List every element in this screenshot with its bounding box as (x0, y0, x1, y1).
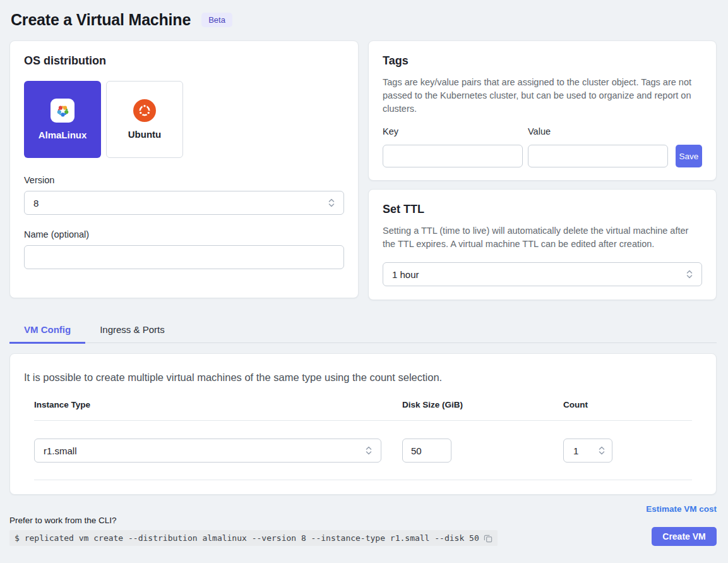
column-instance-type: Instance Type (34, 400, 402, 409)
create-vm-button[interactable]: Create VM (652, 527, 717, 546)
column-count: Count (563, 400, 692, 409)
count-stepper[interactable]: 1 (563, 439, 612, 463)
chevron-up-down-icon (328, 198, 335, 208)
tag-key-value-row: Key Value Save (383, 126, 702, 167)
estimate-vm-cost-link[interactable]: Estimate VM cost (9, 504, 717, 514)
cli-block: Prefer to work from the CLI? $ replicate… (9, 516, 498, 546)
version-select[interactable]: 8 (24, 191, 344, 215)
tags-card: Tags Tags are key/value pairs that are a… (368, 40, 717, 181)
right-column: Tags Tags are key/value pairs that are a… (368, 40, 717, 300)
copy-icon[interactable] (484, 534, 492, 543)
ttl-select[interactable]: 1 hour (383, 262, 702, 286)
instance-type-select[interactable]: r1.small (34, 439, 381, 463)
set-ttl-card: Set TTL Setting a TTL (time to live) wil… (368, 189, 717, 300)
vm-config-card: It is possible to create multiple virtua… (9, 353, 717, 495)
os-card-title: OS distribution (24, 54, 344, 68)
tag-value-input[interactable] (528, 145, 668, 167)
disk-size-input[interactable] (402, 439, 451, 463)
column-disk-size: Disk Size (GiB) (402, 400, 563, 409)
vm-name-label: Name (optional) (24, 229, 344, 239)
almalinux-icon (51, 99, 75, 123)
tag-key-input[interactable] (383, 145, 523, 167)
vm-table-header: Instance Type Disk Size (GiB) Count (34, 400, 692, 421)
tag-key-field-group: Key (383, 126, 523, 167)
chevron-up-down-icon (598, 445, 606, 456)
ttl-card-title: Set TTL (383, 203, 702, 216)
cli-prompt-text: Prefer to work from the CLI? (9, 516, 498, 525)
top-grid: OS distribution (9, 40, 717, 300)
vm-name-input[interactable] (24, 245, 344, 269)
vm-table-row: r1.small 1 (34, 421, 692, 480)
os-distribution-card: OS distribution (9, 40, 359, 298)
chevron-up-down-icon (365, 445, 373, 456)
config-tabs: VM Config Ingress & Ports (9, 317, 717, 343)
tag-value-field-group: Value (528, 126, 668, 167)
count-value: 1 (573, 445, 578, 456)
tag-key-label: Key (383, 126, 523, 136)
beta-badge: Beta (201, 13, 232, 27)
tags-card-title: Tags (383, 54, 702, 68)
tab-vm-config[interactable]: VM Config (9, 317, 85, 344)
footer-row: Prefer to work from the CLI? $ replicate… (9, 516, 717, 546)
create-vm-page: Create a Virtual Machine Beta OS distrib… (0, 0, 728, 546)
version-label: Version (24, 175, 344, 185)
vm-config-info-text: It is possible to create multiple virtua… (24, 372, 702, 384)
os-option-tiles: AlmaLinux Ubuntu (24, 81, 344, 158)
vm-table: Instance Type Disk Size (GiB) Count r1.s… (24, 400, 702, 480)
page-header: Create a Virtual Machine Beta (9, 8, 717, 40)
os-option-ubuntu[interactable]: Ubuntu (106, 81, 183, 158)
ttl-description: Setting a TTL (time to live) will automa… (383, 224, 702, 251)
instance-type-value: r1.small (44, 445, 77, 456)
tags-description: Tags are key/value pairs that are assign… (383, 76, 702, 116)
cli-command: $ replicated vm create --distribution al… (9, 530, 498, 546)
os-option-label: Ubuntu (128, 129, 161, 140)
chevron-up-down-icon (686, 269, 693, 279)
tab-ingress-ports[interactable]: Ingress & Ports (85, 317, 179, 342)
ttl-select-value: 1 hour (392, 269, 419, 280)
page-title: Create a Virtual Machine (11, 11, 191, 29)
version-select-value: 8 (33, 198, 39, 209)
save-tag-button[interactable]: Save (676, 145, 702, 167)
cli-command-text: $ replicated vm create --distribution al… (15, 533, 479, 543)
tag-value-label: Value (528, 126, 668, 136)
os-option-label: AlmaLinux (39, 130, 87, 140)
page-footer: Estimate VM cost Prefer to work from the… (9, 504, 717, 546)
os-option-almalinux[interactable]: AlmaLinux (24, 81, 101, 158)
ubuntu-icon (133, 99, 156, 122)
